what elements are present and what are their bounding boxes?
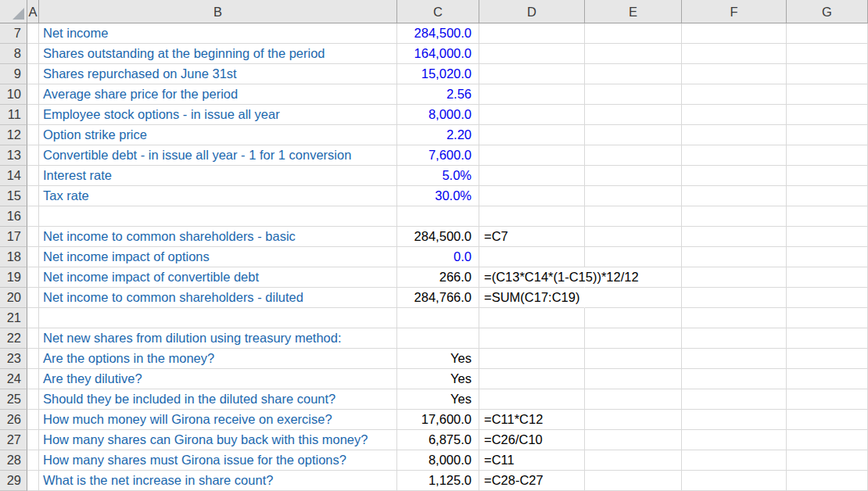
cell-F17[interactable] — [682, 227, 787, 247]
cell-A25[interactable] — [27, 389, 39, 410]
cell-E23[interactable] — [585, 349, 682, 369]
cell-C13[interactable]: 7,600.0 — [397, 145, 479, 166]
cell-F19[interactable] — [682, 267, 787, 288]
cell-E13[interactable] — [585, 145, 682, 166]
cell-E26[interactable] — [585, 410, 682, 430]
cell-B22[interactable]: Net new shares from dilution using treas… — [39, 328, 397, 349]
cell-G23[interactable] — [787, 349, 868, 369]
cell-A12[interactable] — [27, 125, 39, 145]
cell-F28[interactable] — [682, 450, 787, 471]
cell-A23[interactable] — [27, 349, 39, 369]
cell-F12[interactable] — [682, 125, 787, 145]
cell-F20[interactable] — [682, 288, 787, 308]
cell-B7[interactable]: Net income — [39, 23, 397, 44]
cell-G10[interactable] — [787, 84, 868, 105]
cell-B12[interactable]: Option strike price — [39, 125, 397, 145]
cell-D8[interactable] — [479, 44, 585, 64]
cell-A16[interactable] — [27, 206, 39, 227]
cell-G8[interactable] — [787, 44, 868, 64]
cell-B14[interactable]: Interest rate — [39, 166, 397, 186]
cell-B19[interactable]: Net income impact of convertible debt — [39, 267, 397, 288]
cell-G26[interactable] — [787, 410, 868, 430]
cell-E11[interactable] — [585, 105, 682, 125]
cell-G14[interactable] — [787, 166, 868, 186]
cell-G22[interactable] — [787, 328, 868, 349]
cell-C29[interactable]: 1,125.0 — [397, 471, 479, 491]
cell-C18[interactable]: 0.0 — [397, 247, 479, 267]
cell-D18[interactable] — [479, 247, 585, 267]
cell-F27[interactable] — [682, 430, 787, 450]
cell-G16[interactable] — [787, 206, 868, 227]
cell-B28[interactable]: How many shares must Girona issue for th… — [39, 450, 397, 471]
cell-F18[interactable] — [682, 247, 787, 267]
cell-E8[interactable] — [585, 44, 682, 64]
cell-B29[interactable]: What is the net increase in share count? — [39, 471, 397, 491]
cell-E19[interactable] — [585, 267, 682, 288]
cell-G21[interactable] — [787, 308, 868, 328]
cell-G7[interactable] — [787, 23, 868, 44]
cell-E14[interactable] — [585, 166, 682, 186]
cell-C10[interactable]: 2.56 — [397, 84, 479, 105]
column-header-F[interactable]: F — [682, 0, 787, 23]
cell-D17[interactable]: =C7 — [479, 227, 585, 247]
cell-E15[interactable] — [585, 186, 682, 206]
row-header-15[interactable]: 15 — [0, 186, 27, 206]
cell-D11[interactable] — [479, 105, 585, 125]
cell-G20[interactable] — [787, 288, 868, 308]
cell-A26[interactable] — [27, 410, 39, 430]
cell-E16[interactable] — [585, 206, 682, 227]
cell-E17[interactable] — [585, 227, 682, 247]
cell-A29[interactable] — [27, 471, 39, 491]
cell-C24[interactable]: Yes — [397, 369, 479, 389]
cell-C26[interactable]: 17,600.0 — [397, 410, 479, 430]
cell-G28[interactable] — [787, 450, 868, 471]
cell-D14[interactable] — [479, 166, 585, 186]
cell-F29[interactable] — [682, 471, 787, 491]
cell-D27[interactable]: =C26/C10 — [479, 430, 585, 450]
row-header-16[interactable]: 16 — [0, 206, 27, 227]
cell-F13[interactable] — [682, 145, 787, 166]
cell-D22[interactable] — [479, 328, 585, 349]
cell-D12[interactable] — [479, 125, 585, 145]
cell-F16[interactable] — [682, 206, 787, 227]
row-header-10[interactable]: 10 — [0, 84, 27, 105]
cell-G18[interactable] — [787, 247, 868, 267]
cell-E21[interactable] — [585, 308, 682, 328]
cell-E22[interactable] — [585, 328, 682, 349]
cell-B25[interactable]: Should they be included in the diluted s… — [39, 389, 397, 410]
cell-F25[interactable] — [682, 389, 787, 410]
cell-C25[interactable]: Yes — [397, 389, 479, 410]
cell-E25[interactable] — [585, 389, 682, 410]
cell-F24[interactable] — [682, 369, 787, 389]
cell-D13[interactable] — [479, 145, 585, 166]
row-header-25[interactable]: 25 — [0, 389, 27, 410]
cell-A14[interactable] — [27, 166, 39, 186]
cell-E10[interactable] — [585, 84, 682, 105]
column-header-C[interactable]: C — [397, 0, 479, 23]
cell-A15[interactable] — [27, 186, 39, 206]
cell-C22[interactable] — [397, 328, 479, 349]
row-header-14[interactable]: 14 — [0, 166, 27, 186]
cell-G11[interactable] — [787, 105, 868, 125]
cell-C21[interactable] — [397, 308, 479, 328]
cell-D24[interactable] — [479, 369, 585, 389]
cell-B26[interactable]: How much money will Girona receive on ex… — [39, 410, 397, 430]
cell-A10[interactable] — [27, 84, 39, 105]
cell-B11[interactable]: Employee stock options - in issue all ye… — [39, 105, 397, 125]
column-header-E[interactable]: E — [585, 0, 682, 23]
cell-B10[interactable]: Average share price for the period — [39, 84, 397, 105]
cell-G9[interactable] — [787, 64, 868, 84]
cell-E7[interactable] — [585, 23, 682, 44]
cell-D25[interactable] — [479, 389, 585, 410]
row-header-20[interactable]: 20 — [0, 288, 27, 308]
cell-C14[interactable]: 5.0% — [397, 166, 479, 186]
cell-G12[interactable] — [787, 125, 868, 145]
row-header-9[interactable]: 9 — [0, 64, 27, 84]
cell-D19[interactable]: =(C13*C14*(1-C15))*12/12 — [479, 267, 585, 288]
cell-B15[interactable]: Tax rate — [39, 186, 397, 206]
cell-F15[interactable] — [682, 186, 787, 206]
cell-E24[interactable] — [585, 369, 682, 389]
cell-C16[interactable] — [397, 206, 479, 227]
cell-B24[interactable]: Are they dilutive? — [39, 369, 397, 389]
row-header-21[interactable]: 21 — [0, 308, 27, 328]
